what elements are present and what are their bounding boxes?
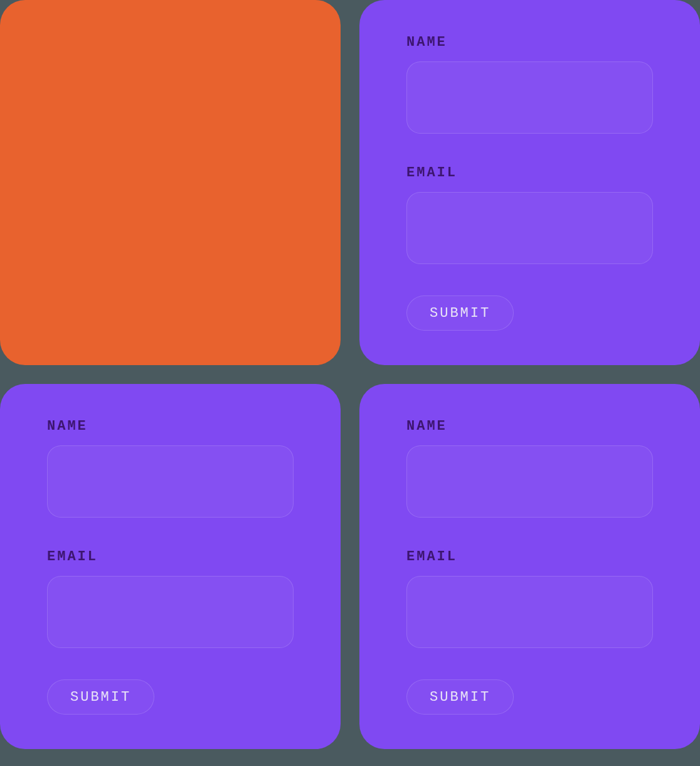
submit-button[interactable]: SUBMIT bbox=[406, 679, 514, 715]
name-label: NAME bbox=[47, 418, 294, 434]
name-input[interactable] bbox=[47, 445, 294, 518]
email-label: EMAIL bbox=[406, 549, 653, 565]
card-orange bbox=[0, 0, 341, 365]
form-group-email: EMAIL bbox=[406, 549, 653, 648]
email-label: EMAIL bbox=[47, 549, 294, 565]
form-card: NAME EMAIL SUBMIT bbox=[0, 384, 341, 749]
submit-button[interactable]: SUBMIT bbox=[47, 679, 154, 715]
form-group-name: NAME bbox=[406, 35, 653, 134]
email-input[interactable] bbox=[47, 576, 294, 648]
form-card: NAME EMAIL SUBMIT bbox=[359, 0, 700, 365]
form-group-name: NAME bbox=[406, 418, 653, 518]
email-label: EMAIL bbox=[406, 165, 653, 181]
name-input[interactable] bbox=[406, 61, 653, 134]
email-input[interactable] bbox=[406, 576, 653, 648]
submit-button[interactable]: SUBMIT bbox=[406, 295, 514, 331]
form-group-name: NAME bbox=[47, 418, 294, 518]
form-group-email: EMAIL bbox=[47, 549, 294, 648]
name-label: NAME bbox=[406, 418, 653, 434]
name-input[interactable] bbox=[406, 445, 653, 518]
card-grid: NAME EMAIL SUBMIT NAME EMAIL SUBMIT NAME… bbox=[0, 0, 700, 749]
name-label: NAME bbox=[406, 35, 653, 50]
email-input[interactable] bbox=[406, 192, 653, 264]
form-group-email: EMAIL bbox=[406, 165, 653, 264]
form-card: NAME EMAIL SUBMIT bbox=[359, 384, 700, 749]
